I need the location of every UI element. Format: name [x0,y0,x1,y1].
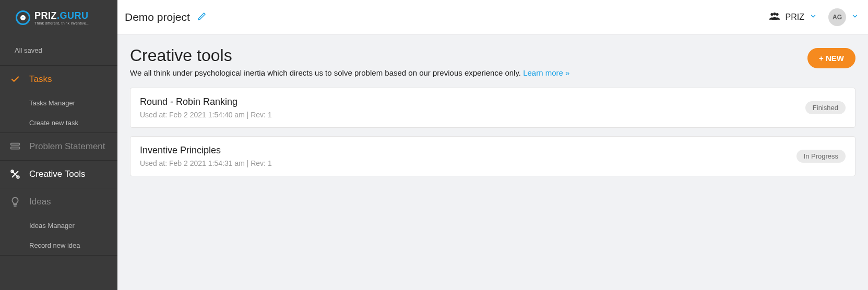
sidebar-item-tasks[interactable]: Tasks [0,66,117,93]
sidebar-item-ideas[interactable]: Ideas [0,188,117,215]
tools-icon [9,168,21,180]
brand-logo[interactable]: PRIZ.GURU Think different, think inventi… [0,0,117,35]
check-icon [9,75,21,84]
sidebar-item-problem-statement[interactable]: Problem Statement [0,133,117,160]
sidebar-section-ideas: Ideas Ideas Manager Record new idea [0,188,117,256]
list-icon [9,141,21,152]
save-status: All saved [0,35,117,66]
user-menu[interactable]: AG [828,8,859,26]
logo-text-left: PRIZ [34,10,57,21]
logo-text-right: .GURU [57,10,89,21]
project-title: Demo project [125,11,190,23]
target-icon [16,10,30,25]
status-badge: In Progress [796,150,846,163]
tool-list: Round - Robin Ranking Used at: Feb 2 202… [130,88,855,176]
tool-title: Inventive Principles [140,145,272,156]
sidebar-label-ideas: Ideas [29,197,51,207]
tool-meta: Used at: Feb 2 2021 1:54:40 am | Rev: 1 [140,111,272,119]
team-name: PRIZ [786,13,804,22]
main-area: Demo project PRIZ AG [117,0,868,290]
svg-rect-0 [11,143,20,146]
new-tool-button[interactable]: + NEW [807,48,855,68]
content: Creative tools We all think under psycho… [117,34,868,188]
subtitle-text: We all think under psychological inertia… [130,68,523,77]
tool-card[interactable]: Round - Robin Ranking Used at: Feb 2 202… [130,88,855,128]
sidebar-subitem-record-idea[interactable]: Record new idea [0,235,117,255]
topbar: Demo project PRIZ AG [117,0,868,34]
sidebar-label-problem: Problem Statement [29,141,105,152]
sidebar-item-creative-tools[interactable]: Creative Tools [0,161,117,188]
chevron-down-icon [810,13,817,22]
sidebar: PRIZ.GURU Think different, think inventi… [0,0,117,290]
tool-meta: Used at: Feb 2 2021 1:54:31 am | Rev: 1 [140,159,272,167]
sidebar-subitem-create-task[interactable]: Create new task [0,113,117,132]
svg-rect-1 [11,147,20,149]
sidebar-section-problem: Problem Statement [0,133,117,161]
sidebar-subitem-ideas-manager[interactable]: Ideas Manager [0,215,117,235]
pencil-icon [197,11,207,21]
learn-more-link[interactable]: Learn more » [523,68,569,77]
sidebar-label-tasks: Tasks [29,74,52,84]
chevron-down-icon [851,13,859,22]
sidebar-section-tools: Creative Tools [0,161,117,188]
tool-card[interactable]: Inventive Principles Used at: Feb 2 2021… [130,136,855,176]
lightbulb-icon [9,196,21,208]
status-badge: Finished [805,101,846,114]
svg-point-4 [770,13,773,16]
page-subtitle: We all think under psychological inertia… [130,68,569,77]
svg-point-5 [773,13,776,15]
users-icon [769,11,780,23]
tool-title: Round - Robin Ranking [140,96,272,107]
avatar: AG [828,8,846,26]
sidebar-subitem-tasks-manager[interactable]: Tasks Manager [0,93,117,113]
logo-tagline: Think different, think inventive... [34,21,89,25]
sidebar-section-tasks: Tasks Tasks Manager Create new task [0,66,117,133]
team-switcher[interactable]: PRIZ [769,11,817,23]
page-title: Creative tools [130,46,569,65]
edit-project-button[interactable] [197,11,207,23]
sidebar-label-tools: Creative Tools [29,169,85,179]
svg-point-6 [776,13,778,16]
